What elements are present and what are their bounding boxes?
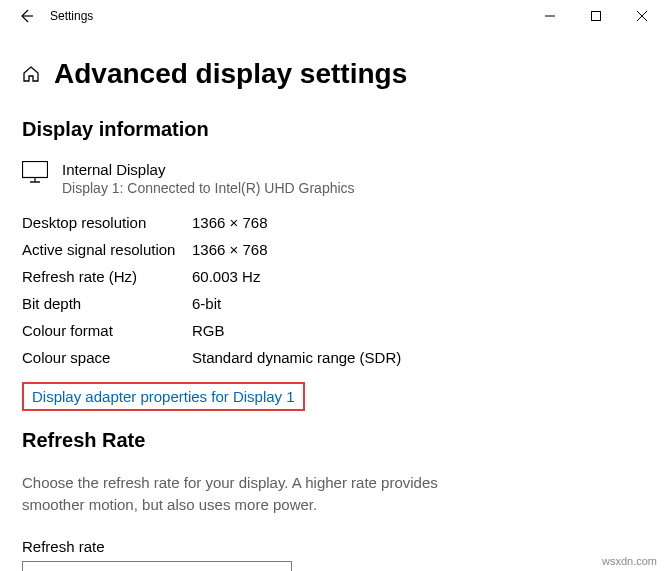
info-row: Desktop resolution1366 × 768 [22, 214, 643, 231]
refresh-rate-label: Refresh rate [22, 538, 643, 555]
display-info-heading: Display information [22, 118, 643, 141]
display-name: Internal Display [62, 161, 355, 178]
info-value: Standard dynamic range (SDR) [192, 349, 401, 366]
arrow-left-icon [18, 8, 34, 24]
close-button[interactable] [619, 0, 665, 32]
refresh-rate-dropdown[interactable]: 60.003 Hz [22, 561, 292, 572]
info-label: Active signal resolution [22, 241, 192, 258]
info-row: Colour spaceStandard dynamic range (SDR) [22, 349, 643, 366]
page-heading-row: Advanced display settings [22, 58, 643, 90]
app-title: Settings [50, 9, 93, 23]
page-title: Advanced display settings [54, 58, 407, 90]
maximize-button[interactable] [573, 0, 619, 32]
info-value: RGB [192, 322, 225, 339]
display-subtext: Display 1: Connected to Intel(R) UHD Gra… [62, 180, 355, 196]
info-value: 6-bit [192, 295, 221, 312]
home-icon[interactable] [22, 65, 40, 83]
window-controls [527, 0, 665, 32]
minimize-button[interactable] [527, 0, 573, 32]
info-label: Colour space [22, 349, 192, 366]
display-identity: Internal Display Display 1: Connected to… [22, 161, 643, 196]
refresh-rate-section: Refresh Rate Choose the refresh rate for… [22, 429, 643, 571]
svg-rect-0 [592, 12, 601, 21]
info-label: Refresh rate (Hz) [22, 268, 192, 285]
display-info-table: Desktop resolution1366 × 768 Active sign… [22, 214, 643, 366]
back-button[interactable] [6, 0, 46, 32]
watermark: wsxdn.com [602, 555, 657, 567]
info-value: 60.003 Hz [192, 268, 260, 285]
titlebar: Settings [0, 0, 665, 32]
monitor-icon [22, 161, 48, 183]
refresh-rate-description: Choose the refresh rate for your display… [22, 472, 492, 516]
content-area: Advanced display settings Display inform… [0, 32, 665, 571]
info-row: Bit depth6-bit [22, 295, 643, 312]
svg-rect-1 [23, 162, 48, 178]
info-row: Colour formatRGB [22, 322, 643, 339]
info-label: Bit depth [22, 295, 192, 312]
close-icon [637, 11, 647, 21]
info-row: Refresh rate (Hz)60.003 Hz [22, 268, 643, 285]
minimize-icon [545, 11, 555, 21]
info-label: Colour format [22, 322, 192, 339]
display-adapter-properties-link[interactable]: Display adapter properties for Display 1 [22, 382, 305, 411]
refresh-rate-heading: Refresh Rate [22, 429, 643, 452]
info-value: 1366 × 768 [192, 241, 268, 258]
info-row: Active signal resolution1366 × 768 [22, 241, 643, 258]
maximize-icon [591, 11, 601, 21]
info-value: 1366 × 768 [192, 214, 268, 231]
info-label: Desktop resolution [22, 214, 192, 231]
